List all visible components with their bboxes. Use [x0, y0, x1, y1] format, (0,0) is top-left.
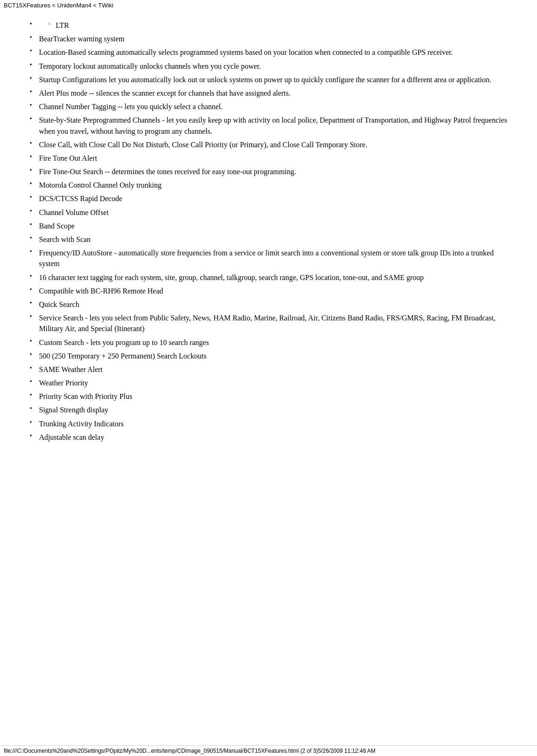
page-title-bar: BCT15XFeatures < UnidenMan4 < TWiki [0, 0, 537, 11]
footer-bar: file:///C:/Documents%20and%20Settings/PO… [0, 745, 537, 756]
list-item-channel-number-tagging: Channel Number Tagging -- lets you quick… [28, 101, 509, 112]
list-item-search-lockouts: 500 (250 Temporary + 250 Permanent) Sear… [28, 351, 509, 361]
list-item-startup-config: Startup Configurations let you automatic… [28, 74, 509, 85]
list-item-trunking-activity: Trunking Activity Indicators [28, 418, 509, 429]
footer-text: file:///C:/Documents%20and%20Settings/PO… [4, 748, 375, 754]
list-item-alert-plus: Alert Plus mode -- silences the scanner … [28, 88, 509, 98]
list-item-signal-strength: Signal Strength display [28, 404, 509, 415]
list-item-location-based: Location-Based scanning automatically se… [28, 47, 509, 58]
list-item-band-scope: Band Scope [28, 221, 509, 231]
list-item-service-search: Service Search - lets you select from Pu… [28, 313, 509, 334]
list-item-same-weather-alert: SAME Weather Alert [28, 364, 509, 375]
list-item-channel-volume: Channel Volume Offset [28, 207, 509, 218]
list-item-fire-tone-out-alert: Fire Tone Out Alert [28, 153, 509, 163]
content-area: LTR BearTracker warning system Location-… [0, 11, 537, 473]
list-item-16-char-tagging: 16 character text tagging for each syste… [28, 272, 509, 283]
list-item-motorola: Motorola Control Channel Only trunking [28, 180, 509, 190]
list-item-close-call: Close Call, with Close Call Do Not Distu… [28, 139, 509, 150]
list-item-state-by-state: State-by-State Preprogrammed Channels - … [28, 115, 509, 136]
list-item-priority-scan: Priority Scan with Priority Plus [28, 391, 509, 402]
list-item-quick-search: Quick Search [28, 299, 509, 310]
list-item: LTR [28, 20, 509, 31]
list-item-bc-rh96: Compatible with BC-RH96 Remote Head [28, 286, 509, 296]
list-item-custom-search: Custom Search - lets you program up to 1… [28, 337, 509, 348]
list-item-dcs-ctcss: DCS/CTCSS Rapid Decode [28, 193, 509, 204]
list-item-adjustable-scan-delay: Adjustable scan delay [28, 432, 509, 443]
sub-list: LTR [28, 20, 509, 31]
page-title: BCT15XFeatures < UnidenMan4 < TWiki [4, 2, 113, 9]
list-item-fire-tone-out-search: Fire Tone-Out Search -- determines the t… [28, 166, 509, 177]
list-item-beartracker: BearTracker warning system [28, 33, 509, 44]
list-item-search-with-scan: Search with Scan [28, 234, 509, 245]
main-list: LTR BearTracker warning system Location-… [28, 20, 509, 443]
list-item-frequency-id-autostore: Frequency/ID AutoStore - automatically s… [28, 248, 509, 269]
list-item-temporary-lockout: Temporary lockout automatically unlocks … [28, 61, 509, 72]
list-item-weather-priority: Weather Priority [28, 378, 509, 388]
sub-list-item-ltr: LTR [46, 20, 509, 31]
